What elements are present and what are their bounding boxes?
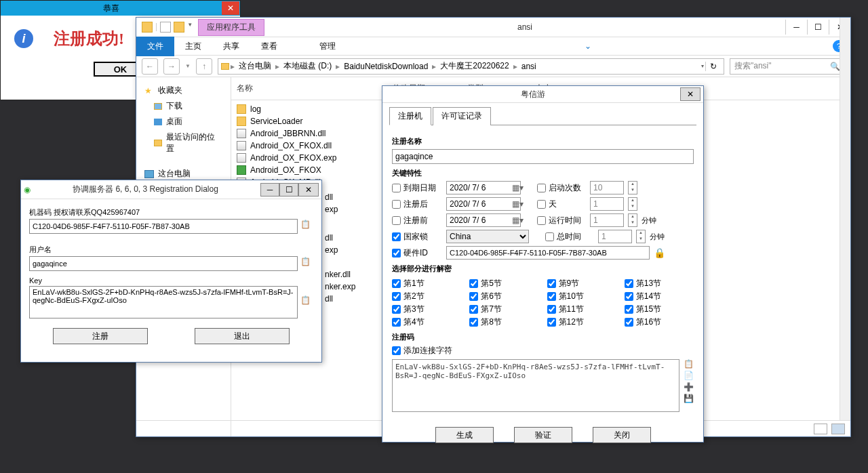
save-icon[interactable]: 💾: [684, 394, 694, 403]
crumb-drive[interactable]: 本地磁盘 (D:): [281, 60, 334, 72]
tab-manage[interactable]: 管理: [309, 37, 347, 56]
minimize-button[interactable]: ─: [260, 183, 279, 197]
add-icon[interactable]: ➕: [684, 382, 694, 392]
boot-count-input[interactable]: 10: [590, 181, 624, 194]
refresh-icon[interactable]: ↻: [705, 62, 721, 71]
view-icons-button[interactable]: [831, 424, 845, 434]
tab-share[interactable]: 共享: [212, 37, 250, 56]
days-checkbox[interactable]: 天: [537, 199, 586, 210]
after-checkbox[interactable]: 注册后: [392, 199, 442, 210]
close-button[interactable]: 关闭: [593, 427, 651, 443]
section-checkbox[interactable]: 第9节: [547, 278, 616, 289]
reg-name-input[interactable]: [392, 149, 694, 164]
maximize-button[interactable]: ☐: [279, 183, 298, 197]
close-button[interactable]: ✕: [298, 183, 319, 197]
tab-view[interactable]: 查看: [250, 37, 288, 56]
hwid-checkbox[interactable]: 硬件ID: [392, 247, 442, 259]
section-checkbox[interactable]: 第10节: [547, 291, 616, 302]
calendar-icon[interactable]: ▦▾: [512, 183, 517, 192]
runtime-checkbox[interactable]: 运行时间: [537, 215, 586, 226]
sidebar-recent[interactable]: 最近访问的位置: [142, 129, 225, 157]
up-button[interactable]: ↑: [196, 58, 212, 75]
before-date-input[interactable]: 2020/ 7/ 6▦▾: [446, 213, 521, 227]
section-checkbox[interactable]: 第8节: [469, 316, 538, 328]
crumb-pc[interactable]: 这台电脑: [236, 60, 274, 72]
calendar-icon[interactable]: ▦▾: [512, 199, 517, 209]
section-checkbox[interactable]: 第2节: [392, 291, 461, 302]
new-icon[interactable]: [160, 22, 171, 33]
col-name[interactable]: 名称: [231, 80, 387, 97]
back-button[interactable]: ←: [142, 58, 158, 75]
tab-register[interactable]: 注册机: [389, 107, 431, 125]
maximize-button[interactable]: ☐: [807, 20, 829, 35]
country-checkbox[interactable]: 国家锁: [392, 231, 442, 243]
copy-icon[interactable]: 📋: [684, 359, 694, 369]
calendar-icon[interactable]: ▦▾: [512, 215, 517, 225]
days-input[interactable]: 1: [590, 197, 624, 211]
section-checkbox[interactable]: 第15节: [625, 304, 694, 315]
search-input[interactable]: 搜索"ansi" 🔍: [730, 58, 845, 75]
view-details-button[interactable]: [814, 424, 827, 434]
crumb-folder3[interactable]: ansi: [519, 62, 539, 71]
paste-icon[interactable]: 📄: [684, 371, 694, 380]
hwid-input[interactable]: [446, 246, 650, 260]
spinner[interactable]: ▲▼: [636, 230, 646, 243]
section-checkbox[interactable]: 第12节: [547, 316, 616, 328]
section-checkbox[interactable]: 第7节: [469, 304, 538, 315]
expiry-date-input[interactable]: 2020/ 7/ 6▦▾: [446, 181, 521, 194]
before-checkbox[interactable]: 注册前: [392, 215, 442, 226]
copy-icon[interactable]: 📋: [300, 295, 313, 309]
close-button[interactable]: ✕: [222, 1, 239, 15]
minimize-button[interactable]: ─: [785, 20, 807, 35]
forward-button[interactable]: →: [163, 58, 180, 75]
app-tools-tab[interactable]: 应用程序工具: [198, 19, 264, 36]
runtime-input[interactable]: 1: [590, 213, 624, 227]
section-checkbox[interactable]: 第6节: [469, 291, 538, 302]
section-checkbox[interactable]: 第11节: [547, 304, 616, 315]
section-checkbox[interactable]: 第14节: [625, 291, 694, 302]
totaltime-input[interactable]: 1: [598, 230, 632, 243]
spinner[interactable]: ▲▼: [628, 181, 637, 194]
key-input[interactable]: EnLaV-wkB8u-SxlGS-2F+bD-KnPHq-r8AeS-wzs5…: [29, 286, 298, 318]
verify-button[interactable]: 验证: [514, 427, 572, 443]
tab-file[interactable]: 文件: [136, 37, 174, 56]
addconn-checkbox[interactable]: 添加连接字符: [392, 345, 694, 356]
history-dropdown-icon[interactable]: ▼: [185, 63, 191, 69]
copy-icon[interactable]: 📋: [300, 257, 313, 270]
spinner[interactable]: ▲▼: [628, 197, 637, 211]
username-input[interactable]: [29, 256, 298, 271]
copy-icon[interactable]: 📋: [300, 220, 313, 233]
search-icon[interactable]: 🔍: [830, 62, 840, 71]
address-dropdown-icon[interactable]: ▾: [701, 63, 704, 69]
section-checkbox[interactable]: 第3节: [392, 304, 461, 315]
generate-button[interactable]: 生成: [435, 427, 494, 443]
sidebar-downloads[interactable]: 下载: [142, 98, 225, 114]
expiry-checkbox[interactable]: 到期日期: [392, 182, 442, 194]
open-icon[interactable]: [174, 22, 184, 33]
tab-home[interactable]: 主页: [174, 37, 212, 56]
exit-button[interactable]: 退出: [195, 328, 290, 344]
section-checkbox[interactable]: 第13节: [625, 278, 694, 289]
boot-checkbox[interactable]: 启动次数: [537, 182, 586, 194]
breadcrumb[interactable]: ▸ 这台电脑▸ 本地磁盘 (D:)▸ BaiduNetdiskDownload▸…: [218, 58, 724, 75]
regcode-textarea[interactable]: EnLaV-wkB8u-SxlGS-2F+bD-KnPHq-r8AeS-wzs5…: [392, 359, 679, 412]
scrollbar[interactable]: [840, 18, 850, 420]
section-checkbox[interactable]: 第16节: [625, 316, 694, 328]
register-button[interactable]: 注册: [53, 328, 148, 344]
close-button[interactable]: ✕: [680, 87, 701, 101]
dropdown-icon[interactable]: ▼: [187, 22, 193, 33]
section-checkbox[interactable]: 第5节: [469, 278, 538, 289]
country-select[interactable]: China: [446, 230, 529, 243]
sidebar-favorites[interactable]: ★收藏夹: [142, 83, 225, 98]
crumb-folder1[interactable]: BaiduNetdiskDownload: [341, 62, 431, 71]
after-date-input[interactable]: 2020/ 7/ 6▦▾: [446, 197, 521, 211]
spinner[interactable]: ▲▼: [628, 213, 637, 227]
ribbon-expand-icon[interactable]: ⌄: [585, 41, 591, 51]
section-checkbox[interactable]: 第1节: [392, 278, 461, 289]
totaltime-checkbox[interactable]: 总时间: [545, 231, 594, 243]
machine-code-input[interactable]: [29, 219, 298, 234]
crumb-folder2[interactable]: 大牛魔王20220622: [437, 60, 511, 72]
section-checkbox[interactable]: 第4节: [392, 316, 461, 328]
tab-license-log[interactable]: 许可证记录: [433, 107, 491, 125]
lock-icon[interactable]: 🔒: [654, 247, 665, 258]
